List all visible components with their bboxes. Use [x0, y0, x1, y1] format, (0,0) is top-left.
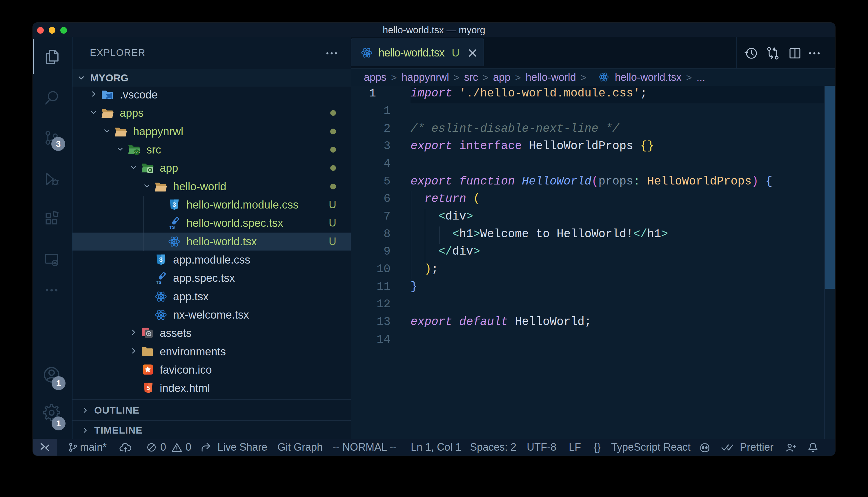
svg-text:TS: TS	[156, 280, 162, 285]
svg-text:TS: TS	[169, 225, 175, 230]
svg-text:</>: </>	[134, 151, 140, 154]
svg-text:3: 3	[173, 201, 176, 208]
svg-text:3: 3	[159, 256, 163, 263]
svg-text:5: 5	[147, 384, 150, 392]
